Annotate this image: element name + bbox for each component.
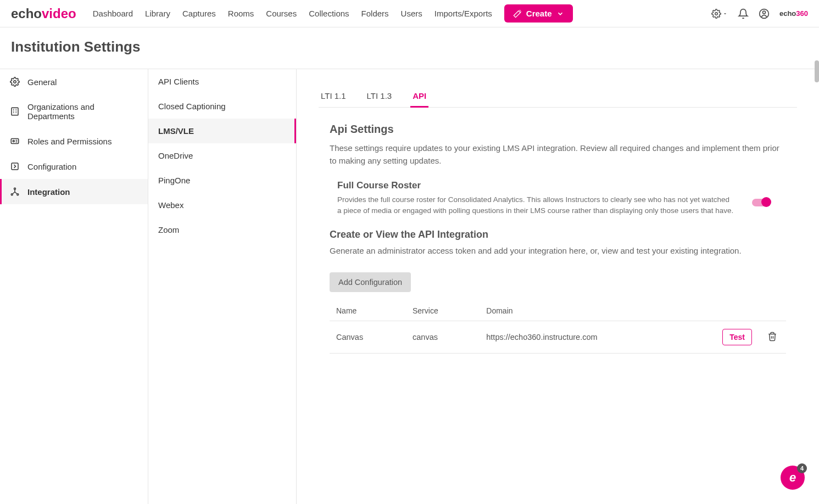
trash-icon: [767, 332, 777, 341]
sub-item-onedrive[interactable]: OneDrive: [148, 143, 296, 168]
arrow-box-icon: [10, 161, 20, 171]
api-settings-content: Api Settings These settings require upda…: [319, 123, 797, 354]
nav-courses[interactable]: Courses: [266, 9, 297, 18]
tabs: LTI 1.1 LTI 1.3 API: [319, 86, 797, 108]
chevron-down-icon: [556, 10, 564, 18]
add-configuration-button[interactable]: Add Configuration: [330, 272, 411, 292]
building-icon: [10, 107, 20, 116]
cell-name: Canvas: [330, 321, 406, 354]
tab-api[interactable]: API: [410, 86, 428, 108]
api-settings-desc: These settings require updates to your e…: [330, 142, 786, 167]
api-settings-heading: Api Settings: [330, 123, 786, 136]
col-actions: [716, 301, 759, 321]
badge-icon: [10, 136, 20, 146]
svg-point-0: [715, 12, 718, 15]
cell-service: canvas: [406, 321, 480, 354]
svg-rect-15: [12, 163, 18, 170]
sidebar-primary: General Organizations and Departments Ro…: [0, 69, 148, 504]
small-logo-part1: echo: [779, 9, 796, 18]
logo[interactable]: echovideo: [11, 6, 76, 21]
sidebar-item-roles[interactable]: Roles and Permissions: [0, 128, 148, 154]
notification-count: 4: [797, 463, 807, 473]
cell-delete: [759, 321, 786, 354]
gear-icon: [10, 77, 20, 87]
svg-point-18: [17, 194, 19, 195]
sidebar-item-label: General: [27, 77, 57, 87]
float-letter: e: [789, 471, 796, 485]
sidebar-item-label: Roles and Permissions: [27, 137, 112, 146]
top-nav-links: Dashboard Library Captures Rooms Courses…: [93, 9, 492, 18]
svg-rect-4: [12, 108, 18, 115]
svg-point-12: [13, 141, 14, 142]
col-name: Name: [330, 301, 406, 321]
create-button[interactable]: Create: [504, 4, 573, 23]
nav-library[interactable]: Library: [145, 9, 170, 18]
svg-point-2: [762, 11, 765, 14]
nav-folders[interactable]: Folders: [361, 9, 389, 18]
sub-item-closed-captioning[interactable]: Closed Captioning: [148, 94, 296, 119]
sub-item-pingone[interactable]: PingOne: [148, 168, 296, 193]
scrollbar[interactable]: [815, 60, 819, 82]
col-delete: [759, 301, 786, 321]
sub-item-webex[interactable]: Webex: [148, 193, 296, 217]
sidebar-item-general[interactable]: General: [0, 69, 148, 94]
sidebar-item-integration[interactable]: Integration: [0, 179, 148, 204]
table-row: Canvas canvas https://echo360.instructur…: [330, 321, 786, 354]
sidebar-item-configuration[interactable]: Configuration: [0, 154, 148, 179]
roster-text: Full Course Roster Provides the full cou…: [337, 180, 736, 217]
sidebar-secondary: API Clients Closed Captioning LMS/VLE On…: [148, 69, 297, 504]
sidebar-item-label: Integration: [27, 187, 70, 197]
caret-down-icon: [722, 11, 728, 16]
small-logo[interactable]: echo360: [779, 9, 808, 18]
roster-block: Full Course Roster Provides the full cou…: [337, 180, 786, 217]
magic-wand-icon: [513, 9, 522, 18]
cell-domain: https://echo360.instructure.com: [480, 321, 716, 354]
sub-item-lms-vle[interactable]: LMS/VLE: [148, 119, 296, 143]
sub-item-api-clients[interactable]: API Clients: [148, 69, 296, 94]
nav-collections[interactable]: Collections: [309, 9, 349, 18]
sidebar-item-label: Configuration: [27, 162, 76, 171]
create-view-heading: Create or View the API Integration: [330, 229, 786, 240]
nav-captures[interactable]: Captures: [182, 9, 216, 18]
svg-point-17: [11, 194, 13, 195]
nav-dashboard[interactable]: Dashboard: [93, 9, 133, 18]
settings-layout: General Organizations and Departments Ro…: [0, 69, 819, 504]
roster-title: Full Course Roster: [337, 180, 736, 191]
nodes-icon: [10, 187, 20, 197]
user-icon[interactable]: [759, 8, 770, 19]
delete-button[interactable]: [767, 334, 777, 343]
roster-toggle[interactable]: [752, 199, 770, 206]
nav-users[interactable]: Users: [401, 9, 422, 18]
bell-icon[interactable]: [738, 8, 749, 19]
create-button-label: Create: [526, 9, 552, 18]
small-logo-part2: 360: [796, 9, 808, 18]
top-navigation: echovideo Dashboard Library Captures Roo…: [0, 0, 819, 27]
api-config-table: Name Service Domain Canvas canvas https:…: [330, 301, 786, 354]
gear-icon: [711, 9, 721, 19]
page-title: Institution Settings: [0, 27, 819, 69]
create-view-desc: Generate an administrator access token a…: [330, 245, 786, 257]
nav-rooms[interactable]: Rooms: [228, 9, 254, 18]
col-service: Service: [406, 301, 480, 321]
table-header-row: Name Service Domain: [330, 301, 786, 321]
help-floating-button[interactable]: e 4: [781, 466, 805, 490]
cell-test: Test: [716, 321, 759, 354]
svg-point-16: [14, 188, 16, 189]
main-content: LTI 1.1 LTI 1.3 API Api Settings These s…: [297, 69, 819, 504]
nav-imports-exports[interactable]: Imports/Exports: [434, 9, 492, 18]
sidebar-item-orgs[interactable]: Organizations and Departments: [0, 94, 148, 128]
sidebar-item-label: Organizations and Departments: [27, 102, 138, 121]
tab-lti11[interactable]: LTI 1.1: [319, 86, 348, 107]
sub-item-zoom[interactable]: Zoom: [148, 217, 296, 242]
logo-part2: video: [42, 6, 76, 21]
logo-part1: echo: [11, 6, 42, 21]
tab-lti13[interactable]: LTI 1.3: [365, 86, 394, 107]
top-nav-right: echo360: [711, 8, 808, 19]
test-button[interactable]: Test: [722, 329, 752, 345]
roster-desc: Provides the full course roster for Cons…: [337, 194, 736, 217]
settings-dropdown[interactable]: [711, 9, 728, 19]
col-domain: Domain: [480, 301, 716, 321]
svg-point-3: [14, 81, 16, 83]
